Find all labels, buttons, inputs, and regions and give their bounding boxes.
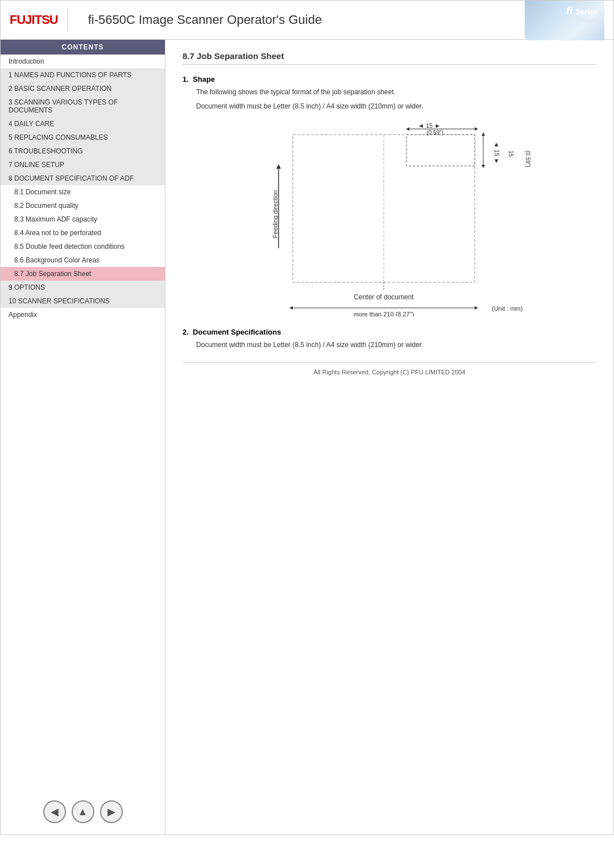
logo-area: FUJ○ITSU fi-5650C Image Scanner Operator… (10, 9, 322, 31)
job-separation-diagram: ◄ 15 ► (0.59") ◄ 15 ► 15 (0.59") Feeding… (247, 123, 532, 316)
svg-marker-14 (276, 164, 281, 169)
sidebar-item-s85[interactable]: 8.5 Double feed detection conditions (1, 240, 165, 253)
footer-copyright: All Rights Reserved, Copyright (C) PFU L… (182, 362, 596, 381)
sidebar-item-ch10[interactable]: 10 SCANNER SPECIFICATIONS (1, 294, 165, 308)
svg-text:15: 15 (508, 151, 514, 157)
diagram-area: ◄ 15 ► (0.59") ◄ 15 ► 15 (0.59") Feeding… (182, 123, 596, 316)
sidebar-item-s82[interactable]: 8.2 Document quality (1, 199, 165, 212)
svg-text:◄ 15 ►: ◄ 15 ► (418, 123, 441, 129)
svg-text:Feeding direction: Feeding direction (272, 190, 279, 238)
sidebar-item-ch8[interactable]: 8 DOCUMENT SPECIFICATION OF ADF (1, 172, 165, 185)
svg-text:(0.59"): (0.59") (525, 151, 531, 168)
svg-text:(Unit : mm): (Unit : mm) (492, 305, 522, 312)
fi-series-logo: fi Series Scanner (525, 1, 604, 40)
fujitsu-logo: FUJ○ITSU (10, 12, 58, 27)
page-header: FUJ○ITSU fi-5650C Image Scanner Operator… (0, 0, 614, 40)
svg-marker-9 (482, 165, 485, 168)
nav-up-button[interactable]: ▲ (72, 800, 94, 823)
svg-marker-19 (289, 306, 293, 310)
sidebar-item-ch3[interactable]: 3 SCANNING VARIOUS TYPES OF DOCUMENTS (1, 95, 165, 117)
fujitsu-text: FUJ○ITSU (10, 12, 58, 27)
sidebar-item-ch4[interactable]: 4 DAILY CARE (1, 117, 165, 131)
svg-rect-1 (406, 135, 475, 166)
sidebar-item-ch2[interactable]: 2 BASIC SCANNER OPERATION (1, 82, 165, 95)
subsection-1-title: Shape (193, 75, 215, 84)
sidebar-item-s86[interactable]: 8.6 Background Color Areas (1, 253, 165, 267)
svg-text:Center of document: Center of document (354, 293, 414, 301)
sidebar-item-ch9[interactable]: 9 OPTIONS (1, 281, 165, 294)
subsection-2-para1: Document width must be Letter (8.5 inch)… (196, 340, 596, 350)
main-container: CONTENTS Introduction 1 NAMES AND FUNCTI… (0, 40, 614, 835)
fi-series-badge: fi Series Scanner (525, 1, 604, 40)
subsection-2-title: Document Specifications (193, 328, 281, 336)
sidebar-item-s81[interactable]: 8.1 Document size (1, 185, 165, 199)
svg-text:more than 210 (8.27"): more than 210 (8.27") (354, 311, 414, 316)
content-area: 8.7 Job Separation Sheet 1. Shape The fo… (165, 40, 613, 834)
svg-marker-8 (482, 132, 485, 136)
subsection-1-para1: The following shows the typical format o… (196, 87, 596, 98)
section-title: 8.7 Job Separation Sheet (182, 51, 596, 65)
sidebar-item-s84[interactable]: 8.4 Area not to be perforated (1, 226, 165, 240)
sidebar-item-ch6[interactable]: 6 TROUBLESHOOTING (1, 144, 165, 158)
sidebar-nav: ◀ ▲ ▶ (1, 789, 165, 834)
sidebar-item-intro[interactable]: Introduction (1, 55, 165, 68)
sidebar-item-ch7[interactable]: 7 ONLINE SETUP (1, 158, 165, 172)
svg-marker-4 (475, 127, 478, 131)
subsection-1-para2: Document width must be Letter (8.5 inch)… (196, 101, 596, 112)
page-title: fi-5650C Image Scanner Operator's Guide (88, 12, 322, 27)
nav-forward-button[interactable]: ▶ (100, 800, 123, 823)
svg-marker-3 (406, 127, 409, 131)
sidebar-item-s83[interactable]: 8.3 Maximum ADF capacity (1, 212, 165, 226)
subsection-2-number: 2. Document Specifications (182, 328, 596, 336)
nav-back-button[interactable]: ◀ (43, 800, 66, 823)
sidebar-item-s87[interactable]: 8.7 Job Separation Sheet (1, 267, 165, 281)
sidebar-item-ch5[interactable]: 5 REPLACING CONSUMABLES (1, 131, 165, 144)
scanner-tagline: Scanner (578, 17, 598, 23)
fi-text: fi Series (566, 5, 598, 17)
svg-marker-20 (475, 306, 478, 310)
sidebar: CONTENTS Introduction 1 NAMES AND FUNCTI… (1, 40, 165, 834)
sidebar-item-ch1[interactable]: 1 NAMES AND FUNCTIONS OF PARTS (1, 68, 165, 82)
sidebar-header: CONTENTS (1, 40, 165, 55)
svg-text:(0.59"): (0.59") (426, 130, 443, 136)
svg-text:◄ 15 ►: ◄ 15 ► (493, 141, 500, 164)
subsection-1-number: 1. Shape (182, 75, 596, 84)
sidebar-item-appendix[interactable]: Appendix (1, 308, 165, 322)
header-divider (67, 9, 68, 31)
